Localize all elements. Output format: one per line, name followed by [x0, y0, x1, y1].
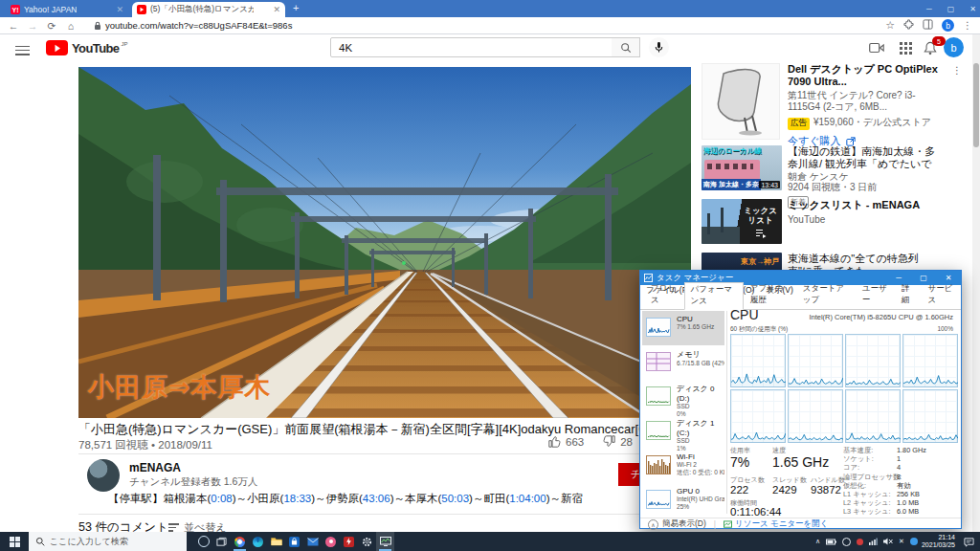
cpu-model-text: Intel(R) Core(TM) i5-8265U CPU @ 1.60GHz	[809, 313, 953, 321]
tray-hidden-icons[interactable]: ∧	[815, 538, 820, 545]
taskbar-clock[interactable]: 21:14 2021/03/25	[922, 534, 955, 549]
related-video-item[interactable]: ミックスリスト ミックスリスト - mENAGA YouTube	[702, 199, 962, 253]
browser-profile-avatar[interactable]: b	[942, 19, 954, 32]
device-name: GPU 0	[677, 487, 724, 496]
search-button[interactable]	[612, 37, 640, 57]
device-stat: Intel(R) UHD Graphics ...	[677, 496, 724, 503]
open-resource-monitor-link[interactable]: リソース モニターを開く	[735, 518, 828, 530]
thumbnail-overlay-text: 海辺のローカル線	[703, 146, 762, 156]
video-thumbnail[interactable]: 海辺のローカル線 南海 加太線・多奈 13:43	[702, 145, 782, 190]
channel-avatar[interactable]	[87, 459, 120, 492]
extensions-icon[interactable]	[903, 19, 914, 32]
youtube-logo[interactable]: YouTubeJP	[46, 40, 128, 55]
device-item-disk[interactable]: ディスク 0 (D:) SSD0%	[642, 380, 724, 414]
description-timestamp-link[interactable]: 18:33	[283, 493, 311, 504]
tray-edge-tray[interactable]	[910, 538, 918, 545]
page-scrollbar[interactable]	[972, 34, 980, 532]
taskbar-app-settings[interactable]	[358, 532, 376, 551]
tm-tab-アプリの履歴[interactable]: アプリの履歴	[744, 281, 796, 309]
description-text: )～本厚木(	[390, 493, 442, 504]
mix-thumbnail[interactable]: ミックスリスト	[702, 199, 782, 244]
device-mini-graph	[646, 352, 671, 371]
related-video-title[interactable]: ミックスリスト - mENAGA	[788, 199, 943, 211]
tm-tab-ユーザー[interactable]: ユーザー	[856, 281, 895, 309]
related-video-item[interactable]: 海辺のローカル線 南海 加太線・多奈 13:43 【海辺の鉄道】南海加太線・多奈…	[702, 145, 962, 199]
dislike-button[interactable]: 28	[603, 435, 633, 448]
device-item-wifi[interactable]: Wi-Fi Wi-Fi 2送信: 0 受信: 0 Kbps	[642, 449, 724, 483]
channel-name[interactable]: mENAGA	[129, 461, 181, 474]
taskbar-search-box[interactable]: ここに入力して検索	[29, 532, 187, 551]
taskbar-app-task-view[interactable]	[212, 532, 231, 551]
taskbar-app-task-manager[interactable]	[376, 532, 394, 551]
taskbar-app-chrome[interactable]	[231, 532, 249, 551]
browser-tab-yahoo[interactable]: Y! Yahoo! JAPAN ✕	[6, 2, 128, 17]
close-button[interactable]: ✕	[969, 5, 976, 13]
device-mini-graph	[646, 490, 671, 509]
ad-title[interactable]: Dell デスクトップ PC OptiPlex 7090 Ultra...	[788, 63, 943, 88]
description-timestamp-link[interactable]: 0:08	[211, 493, 232, 504]
tm-tab-サービス[interactable]: サービス	[922, 281, 961, 309]
tm-tab-パフォーマンス[interactable]: パフォーマンス	[684, 282, 744, 310]
reload-icon[interactable]: ⟳	[42, 20, 61, 32]
tm-tab-詳細[interactable]: 詳細	[895, 281, 921, 309]
home-icon[interactable]: ⌂	[61, 20, 80, 32]
taskbar-app-file-explorer[interactable]	[267, 532, 285, 551]
tab-close-icon[interactable]: ✕	[116, 5, 123, 14]
start-button[interactable]	[0, 532, 29, 551]
hamburger-menu-icon[interactable]	[15, 43, 30, 57]
browser-menu-icon[interactable]: ⋮	[963, 20, 972, 31]
ad-menu-icon[interactable]: ⋮	[952, 65, 962, 76]
external-link-icon	[846, 137, 856, 146]
action-center-icon[interactable]	[961, 532, 976, 551]
taskbar-app-cortana[interactable]	[194, 532, 212, 551]
description-timestamp-link[interactable]: 43:06	[363, 493, 390, 504]
description-timestamp-link[interactable]: 50:03	[441, 493, 469, 504]
uptime-value: 0:11:06:44	[730, 506, 782, 518]
tray-battery[interactable]	[826, 539, 836, 545]
device-item-mem[interactable]: メモリ 6.7/15.8 GB (42%)	[642, 345, 724, 380]
create-video-icon[interactable]	[867, 40, 886, 55]
ad-price: ¥159,060・デル公式ストア	[813, 117, 931, 127]
tray-bluetooth[interactable]	[842, 538, 851, 546]
apps-grid-icon[interactable]	[896, 40, 915, 55]
taskbar-app-edge[interactable]	[249, 532, 267, 551]
search-input[interactable]	[331, 42, 612, 54]
description-timestamp-link[interactable]: 1:04:00	[509, 493, 546, 504]
search-box[interactable]	[330, 37, 612, 57]
forward-icon[interactable]: →	[23, 20, 42, 32]
maximize-button[interactable]: ▢	[947, 5, 955, 13]
tm-tab-プロセス[interactable]: プロセス	[644, 281, 684, 309]
back-icon[interactable]: ←	[4, 20, 23, 32]
voice-search-icon[interactable]	[649, 37, 669, 57]
tray-network[interactable]	[869, 538, 878, 545]
ad-card[interactable]: ⋮ Dell デスクトップ PC OptiPlex 7090 Ultra... …	[702, 63, 962, 145]
url-text[interactable]: youtube.com/watch?v=c88UgSAF84E&t=986s	[105, 20, 292, 31]
tray-antivirus[interactable]	[857, 539, 863, 545]
device-item-disk[interactable]: ディスク 1 (C:) SSD1%	[642, 414, 724, 449]
tab-close-icon[interactable]: ✕	[273, 5, 280, 14]
video-player[interactable]: 小田原⇒本厚木	[78, 67, 691, 418]
new-tab-button[interactable]: +	[293, 2, 299, 13]
reading-list-icon[interactable]	[923, 19, 933, 32]
bookmark-star-icon[interactable]: ☆	[885, 19, 895, 32]
taskbar-app-power-app[interactable]	[340, 532, 358, 551]
browser-tab-youtube[interactable]: (5)「小田急(特急)ロマンスカー(GSE... ✕	[132, 2, 285, 17]
taskbar-app-security-app[interactable]	[285, 532, 303, 551]
related-video-title[interactable]: 【海辺の鉄道】南海加太線・多奈川線/ 観光列車「めでたいでん...	[788, 145, 943, 171]
fewer-details-button[interactable]: 簡易表示(D)	[662, 518, 706, 530]
collapse-icon[interactable]: ∧	[648, 519, 658, 530]
tray-volume-muted[interactable]	[883, 538, 893, 545]
taskbar-app-photos-app[interactable]	[322, 532, 340, 551]
like-button[interactable]: 663	[548, 435, 584, 448]
youtube-avatar[interactable]: b	[944, 37, 964, 57]
minimize-button[interactable]: ─	[926, 5, 932, 13]
task-manager-window[interactable]: タスク マネージャー ─ ▢ ✕ ファイル(F)オプション(O)表示(V) プロ…	[639, 270, 962, 529]
device-item-cpu[interactable]: CPU 7% 1.65 GHz	[642, 311, 724, 345]
cpu-core-graph	[845, 334, 901, 387]
tray-close[interactable]: ✕	[899, 538, 904, 545]
device-item-gpu[interactable]: GPU 0 Intel(R) UHD Graphics ...25%	[642, 483, 724, 514]
taskbar-app-mail[interactable]	[303, 532, 322, 551]
scrollbar-thumb[interactable]	[973, 63, 979, 147]
tm-tab-スタートアップ[interactable]: スタートアップ	[796, 281, 856, 309]
video-description: 【停車駅】箱根湯本(0:08)～小田原(18:33)～伊勢原(43:06)～本厚…	[108, 492, 654, 506]
